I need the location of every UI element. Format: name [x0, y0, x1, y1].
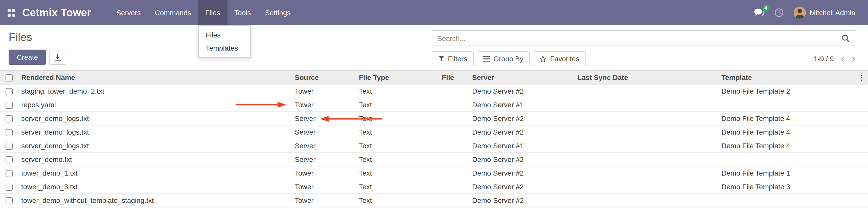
row-checkbox[interactable]: [6, 102, 13, 109]
cell-file[interactable]: [440, 153, 470, 166]
search-input[interactable]: [432, 34, 837, 42]
create-button[interactable]: Create: [9, 50, 46, 65]
cell-server[interactable]: Demo Server #1: [470, 98, 575, 112]
cell-rendered-name[interactable]: server_demo.txt: [19, 153, 293, 166]
table-row[interactable]: tower_demo_1.txt Tower Text Demo Server …: [0, 166, 868, 180]
nav-tools[interactable]: Tools: [227, 0, 258, 25]
group-by-button[interactable]: Group By: [477, 51, 530, 66]
cell-last-sync-date[interactable]: [575, 166, 719, 180]
cell-file[interactable]: [440, 139, 470, 153]
cell-file[interactable]: [440, 125, 470, 139]
cell-rendered-name[interactable]: server_demo_logs.txt: [19, 112, 293, 125]
nav-files[interactable]: Files Files Templates: [198, 0, 227, 25]
row-checkbox[interactable]: [6, 143, 13, 150]
cell-last-sync-date[interactable]: [575, 125, 719, 139]
row-checkbox[interactable]: [6, 197, 13, 204]
favorites-button[interactable]: Favorites: [533, 51, 586, 66]
brand-title[interactable]: Cetmix Tower: [22, 0, 91, 25]
search-icon[interactable]: [837, 31, 855, 46]
column-header-rendered-name[interactable]: Rendered Name: [19, 70, 293, 84]
table-row[interactable]: tower_demo_without_template_staging.txt …: [0, 193, 868, 207]
cell-server[interactable]: Demo Server #2: [470, 84, 575, 98]
cell-rendered-name[interactable]: server_demo_logs.txt: [19, 139, 293, 153]
column-header-last-sync-date[interactable]: Last Sync Date: [575, 70, 719, 84]
column-header-template[interactable]: Template: [719, 70, 855, 84]
cell-server[interactable]: Demo Server #1: [470, 139, 575, 153]
dropdown-item-files[interactable]: Files: [199, 28, 250, 41]
table-row[interactable]: staging_tower_demo_2.txt Tower Text Demo…: [0, 84, 868, 98]
row-checkbox[interactable]: [6, 129, 13, 136]
cell-server[interactable]: Demo Server #2: [470, 153, 575, 166]
cell-source[interactable]: Server: [293, 139, 357, 153]
row-checkbox[interactable]: [6, 115, 13, 122]
cell-file-type[interactable]: Text: [357, 153, 440, 166]
cell-server[interactable]: Demo Server #2: [470, 125, 575, 139]
cell-file-type[interactable]: Text: [357, 98, 440, 112]
row-checkbox[interactable]: [6, 156, 13, 163]
upload-button[interactable]: [49, 50, 66, 65]
cell-last-sync-date[interactable]: [575, 139, 719, 153]
cell-server[interactable]: Demo Server #2: [470, 112, 575, 125]
cell-rendered-name[interactable]: tower_demo_1.txt: [19, 166, 293, 180]
select-all-checkbox[interactable]: [6, 74, 13, 82]
dropdown-item-templates[interactable]: Templates: [199, 41, 250, 55]
cell-rendered-name[interactable]: repos.yaml: [19, 98, 293, 112]
cell-file-type[interactable]: Text: [357, 180, 440, 193]
cell-file-type[interactable]: Text: [357, 193, 440, 207]
cell-server[interactable]: Demo Server #2: [470, 166, 575, 180]
cell-last-sync-date[interactable]: [575, 180, 719, 193]
cell-last-sync-date[interactable]: [575, 84, 719, 98]
row-checkbox[interactable]: [6, 170, 13, 177]
cell-template[interactable]: Demo File Template 2: [719, 84, 855, 98]
cell-template[interactable]: Demo File Template 4: [719, 125, 855, 139]
nav-settings[interactable]: Settings: [258, 0, 298, 25]
cell-template[interactable]: [719, 98, 855, 112]
cell-template[interactable]: Demo File Template 3: [719, 180, 855, 193]
cell-template[interactable]: Demo File Template 4: [719, 112, 855, 125]
optional-columns-icon[interactable]: ⋮: [855, 70, 868, 84]
cell-source[interactable]: Tower: [293, 84, 357, 98]
cell-server[interactable]: Demo Server #2: [470, 193, 575, 207]
cell-template[interactable]: [719, 153, 855, 166]
cell-template[interactable]: Demo File Template 1: [719, 166, 855, 180]
cell-last-sync-date[interactable]: [575, 98, 719, 112]
cell-last-sync-date[interactable]: [575, 193, 719, 207]
nav-servers[interactable]: Servers: [109, 0, 148, 25]
filters-button[interactable]: Filters: [432, 51, 474, 66]
cell-source[interactable]: Tower: [293, 98, 357, 112]
cell-rendered-name[interactable]: server_demo_logs.txt: [19, 125, 293, 139]
user-menu[interactable]: Mitchell Admin: [794, 7, 855, 19]
row-checkbox[interactable]: [6, 184, 13, 191]
cell-file-type[interactable]: Text: [357, 166, 440, 180]
column-header-server[interactable]: Server: [470, 70, 575, 84]
column-header-file-type[interactable]: File Type: [357, 70, 440, 84]
cell-last-sync-date[interactable]: [575, 112, 719, 125]
cell-file[interactable]: [440, 166, 470, 180]
cell-template[interactable]: Demo File Template 4: [719, 139, 855, 153]
cell-server[interactable]: Demo Server #2: [470, 180, 575, 193]
cell-last-sync-date[interactable]: [575, 153, 719, 166]
cell-file-type[interactable]: Text: [357, 125, 440, 139]
column-header-file[interactable]: File: [440, 70, 470, 84]
cell-source[interactable]: Server: [293, 153, 357, 166]
cell-file-type[interactable]: Text: [357, 139, 440, 153]
apps-grid-icon[interactable]: [0, 0, 22, 25]
cell-source[interactable]: Tower: [293, 180, 357, 193]
table-row[interactable]: tower_demo_3.txt Tower Text Demo Server …: [0, 180, 868, 193]
cell-source[interactable]: Tower: [293, 193, 357, 207]
table-row[interactable]: server_demo.txt Server Text Demo Server …: [0, 153, 868, 166]
cell-rendered-name[interactable]: tower_demo_without_template_staging.txt: [19, 193, 293, 207]
cell-file-type[interactable]: Text: [357, 84, 440, 98]
cell-source[interactable]: Server: [293, 112, 357, 125]
messages-icon[interactable]: 4: [754, 9, 764, 17]
cell-rendered-name[interactable]: tower_demo_3.txt: [19, 180, 293, 193]
pager-next-icon[interactable]: ›: [851, 54, 855, 64]
pager-previous-icon[interactable]: ‹: [841, 54, 845, 64]
table-row[interactable]: repos.yaml Tower Text Demo Server #1: [0, 98, 868, 112]
cell-source[interactable]: Tower: [293, 166, 357, 180]
cell-file[interactable]: [440, 98, 470, 112]
table-row[interactable]: server_demo_logs.txt Server Text Demo Se…: [0, 125, 868, 139]
cell-file[interactable]: [440, 193, 470, 207]
cell-file[interactable]: [440, 84, 470, 98]
cell-file[interactable]: [440, 112, 470, 125]
